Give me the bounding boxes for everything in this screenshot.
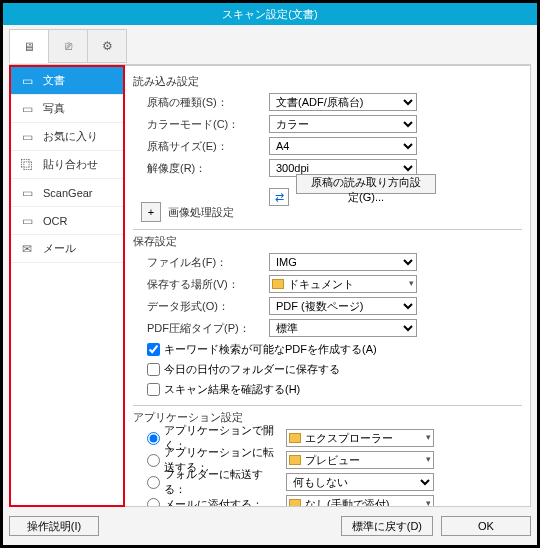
radio-send-folder[interactable] xyxy=(147,476,160,489)
label-attach-mail: メールに添付する： xyxy=(164,497,282,508)
sidebar-item-document[interactable]: ▭ 文書 xyxy=(11,67,123,95)
label-saveloc: 保存する場所(V)： xyxy=(133,277,269,292)
sidebar-item-ocr[interactable]: ▭ OCR xyxy=(11,207,123,235)
check-confirm-result[interactable] xyxy=(147,383,160,396)
scangear-icon: ▭ xyxy=(19,186,35,200)
check-date-folder[interactable] xyxy=(147,363,160,376)
tab-scanner[interactable]: ⎚ xyxy=(48,29,88,63)
instructions-button[interactable]: 操作説明(I) xyxy=(9,516,99,536)
label-source: 原稿の種類(S)： xyxy=(133,95,269,110)
folder-icon xyxy=(289,433,301,443)
sidebar-item-stitch[interactable]: ⿻ 貼り合わせ xyxy=(11,151,123,179)
label-colormode: カラーモード(C)： xyxy=(133,117,269,132)
select-open-app[interactable]: エクスプローラー▾ xyxy=(286,429,434,447)
label-filename: ファイル名(F)： xyxy=(133,255,269,270)
select-send-folder[interactable]: 何もしない xyxy=(286,473,434,491)
group-save-settings: 保存設定 xyxy=(133,234,522,249)
sidebar-label: OCR xyxy=(43,215,67,227)
defaults-button[interactable]: 標準に戻す(D) xyxy=(341,516,433,536)
radio-open-app[interactable] xyxy=(147,432,160,445)
select-attach-mail[interactable]: なし(手動で添付)▾ xyxy=(286,495,434,507)
favorite-icon: ▭ xyxy=(19,130,35,144)
bottom-bar: 操作説明(I) 標準に戻す(D) OK xyxy=(9,507,531,539)
sidebar-label: 文書 xyxy=(43,73,65,88)
select-format[interactable]: PDF (複数ページ) xyxy=(269,297,417,315)
expand-image-proc[interactable]: + xyxy=(141,202,161,222)
window-title: スキャン設定(文書) xyxy=(3,3,537,25)
scanner-icon: ⎚ xyxy=(60,39,76,53)
sidebar: ▭ 文書 ▭ 写真 ▭ お気に入り ⿻ 貼り合わせ ▭ ScanGear ▭ O… xyxy=(9,65,125,507)
label-send-folder: フォルダーに転送する： xyxy=(164,467,282,497)
label-date-folder: 今日の日付のフォルダーに保存する xyxy=(164,362,340,377)
radio-attach-mail[interactable] xyxy=(147,498,160,508)
sidebar-label: お気に入り xyxy=(43,129,98,144)
tab-tools[interactable]: ⚙ xyxy=(87,29,127,63)
select-saveloc[interactable]: ドキュメント ▾ xyxy=(269,275,417,293)
select-send-app[interactable]: プレビュー▾ xyxy=(286,451,434,469)
ok-button[interactable]: OK xyxy=(441,516,531,536)
sidebar-item-mail[interactable]: ✉ メール xyxy=(11,235,123,263)
orientation-icon: ⇄ xyxy=(269,188,289,206)
stitch-icon: ⿻ xyxy=(19,158,35,172)
photo-icon: ▭ xyxy=(19,102,35,116)
check-keyword-pdf[interactable] xyxy=(147,343,160,356)
label-keyword-pdf: キーワード検索が可能なPDFを作成する(A) xyxy=(164,342,377,357)
ocr-icon: ▭ xyxy=(19,214,35,228)
folder-icon xyxy=(289,499,301,507)
sidebar-item-favorite[interactable]: ▭ お気に入り xyxy=(11,123,123,151)
sidebar-item-photo[interactable]: ▭ 写真 xyxy=(11,95,123,123)
sidebar-item-scangear[interactable]: ▭ ScanGear xyxy=(11,179,123,207)
select-filename[interactable]: IMG xyxy=(269,253,417,271)
sidebar-label: ScanGear xyxy=(43,187,93,199)
sidebar-label: メール xyxy=(43,241,76,256)
tab-monitor[interactable]: 🖥 xyxy=(9,29,49,63)
label-pdfcomp: PDF圧縮タイプ(P)： xyxy=(133,321,269,336)
form-area: 読み込み設定 原稿の種類(S)： 文書(ADF/原稿台) カラーモード(C)： … xyxy=(125,65,531,507)
label-image-proc: 画像処理設定 xyxy=(168,206,234,218)
group-scan-settings: 読み込み設定 xyxy=(133,74,522,89)
mail-icon: ✉ xyxy=(19,242,35,256)
select-source[interactable]: 文書(ADF/原稿台) xyxy=(269,93,417,111)
sidebar-label: 写真 xyxy=(43,101,65,116)
folder-icon xyxy=(272,279,284,289)
top-tab-bar: 🖥 ⎚ ⚙ xyxy=(9,29,531,65)
select-papersize[interactable]: A4 xyxy=(269,137,417,155)
label-papersize: 原稿サイズ(E)： xyxy=(133,139,269,154)
label-format: データ形式(O)： xyxy=(133,299,269,314)
document-icon: ▭ xyxy=(19,74,35,88)
orientation-button[interactable]: 原稿の読み取り方向設定(G)... xyxy=(296,174,436,194)
label-confirm-result: スキャン結果を確認する(H) xyxy=(164,382,300,397)
tools-icon: ⚙ xyxy=(99,39,115,53)
select-colormode[interactable]: カラー xyxy=(269,115,417,133)
select-pdfcomp[interactable]: 標準 xyxy=(269,319,417,337)
monitor-icon: 🖥 xyxy=(21,40,37,54)
label-resolution: 解像度(R)： xyxy=(133,161,269,176)
sidebar-label: 貼り合わせ xyxy=(43,157,98,172)
folder-icon xyxy=(289,455,301,465)
radio-send-app[interactable] xyxy=(147,454,160,467)
